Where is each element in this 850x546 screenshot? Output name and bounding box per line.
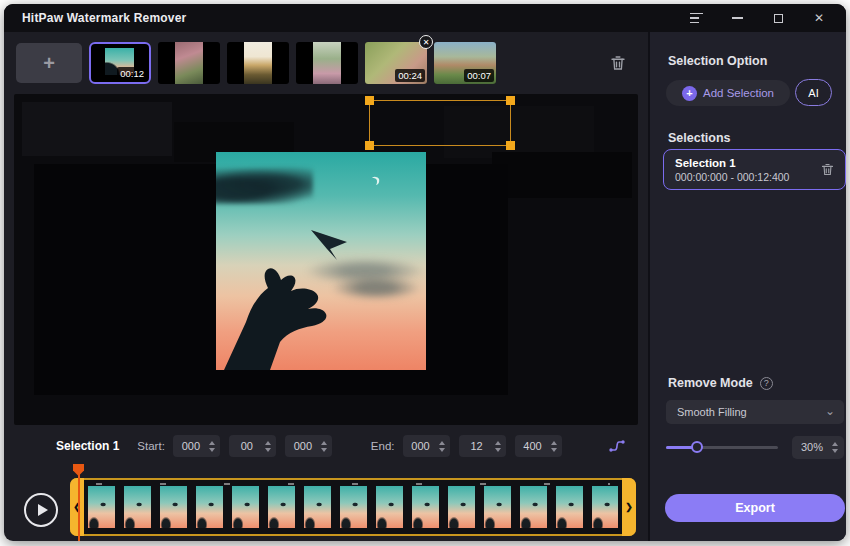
selection-name-label: Selection 1 — [56, 439, 119, 453]
thumbnail-1-selected[interactable]: 00:12 — [89, 42, 151, 84]
help-icon[interactable]: ? — [760, 377, 773, 390]
end-seconds-input[interactable]: 12 — [459, 435, 506, 457]
start-seconds-input[interactable]: 00 — [229, 435, 276, 457]
remove-mode-title: Remove Mode ? — [668, 376, 773, 390]
sidebar: Selection Option + Add Selection AI Sele… — [648, 32, 846, 541]
video-frame-image — [216, 152, 426, 370]
titlebar: HitPaw Watermark Remover ✕ — [4, 4, 846, 32]
start-millis-input[interactable]: 000 — [285, 435, 332, 457]
stepper-arrows[interactable] — [495, 441, 501, 452]
thumbnail-3[interactable] — [227, 42, 289, 84]
chevron-down-icon: ⌄ — [825, 408, 835, 415]
watermark-selection-box[interactable] — [369, 100, 511, 146]
end-label: End: — [371, 440, 395, 452]
duration-badge: 00:07 — [464, 69, 494, 82]
dropdown-selected-value: Smooth Filling — [677, 406, 747, 418]
export-button[interactable]: Export — [665, 494, 845, 522]
hand-and-paper-plane-silhouette — [216, 152, 426, 370]
selection-item-range: 000:00:000 - 000:12:400 — [675, 171, 789, 183]
duration-badge: 00:12 — [117, 67, 147, 80]
add-media-button[interactable]: + — [16, 43, 82, 83]
strength-slider-row: 30% — [666, 435, 844, 459]
thumbnail-5[interactable]: 00:24 ✕ — [365, 42, 427, 84]
delete-media-trash-icon[interactable] — [604, 49, 632, 77]
play-button[interactable] — [24, 493, 58, 527]
thumbnail-2[interactable] — [158, 42, 220, 84]
resize-handle-bottom-right[interactable] — [506, 141, 515, 150]
close-icon[interactable]: ✕ — [812, 11, 826, 25]
media-thumbnail-bar: + 00:12 00:24 ✕ 00:07 — [4, 36, 648, 90]
strength-slider[interactable] — [666, 446, 778, 449]
minimize-icon[interactable] — [730, 11, 744, 25]
selection-time-row: Selection 1 Start: 000 00 000 End: 000 1… — [4, 429, 648, 463]
route-icon[interactable] — [604, 433, 630, 459]
strength-value-input[interactable]: 30% — [792, 436, 844, 459]
trim-handle-left[interactable]: ❮ — [70, 478, 84, 536]
stepper-arrows[interactable] — [832, 442, 838, 453]
trim-handle-right[interactable]: ❯ — [622, 478, 636, 536]
duration-badge: 00:24 — [395, 69, 425, 82]
resize-handle-top-right[interactable] — [506, 96, 515, 105]
plus-circle-icon: + — [682, 86, 697, 101]
video-preview-canvas[interactable] — [14, 94, 638, 425]
timeline-filmstrip[interactable]: ❮ ❯ — [70, 478, 636, 536]
stepper-arrows[interactable] — [209, 441, 215, 452]
stepper-arrows[interactable] — [321, 441, 327, 452]
playhead-line — [78, 471, 80, 541]
stepper-arrows[interactable] — [439, 441, 445, 452]
app-title: HitPaw Watermark Remover — [22, 11, 186, 25]
remove-thumbnail-icon[interactable]: ✕ — [419, 35, 433, 49]
resize-handle-top-left[interactable] — [365, 96, 374, 105]
selections-title: Selections — [668, 131, 731, 145]
end-minutes-input[interactable]: 000 — [403, 435, 450, 457]
remove-mode-dropdown[interactable]: Smooth Filling ⌄ — [666, 400, 844, 424]
plus-icon: + — [43, 52, 55, 75]
start-minutes-input[interactable]: 000 — [173, 435, 220, 457]
end-millis-input[interactable]: 400 — [515, 435, 562, 457]
playhead-marker[interactable] — [73, 464, 84, 476]
delete-selection-trash-icon[interactable] — [820, 162, 835, 177]
start-label: Start: — [137, 440, 164, 452]
app-window: HitPaw Watermark Remover ✕ + 00:12 — [4, 4, 846, 541]
selection-item-name: Selection 1 — [675, 157, 789, 169]
thumbnail-4[interactable] — [296, 42, 358, 84]
window-controls: ✕ — [689, 11, 846, 25]
stepper-arrows[interactable] — [551, 441, 557, 452]
chevron-right-icon: ❯ — [625, 502, 633, 512]
ai-button[interactable]: AI — [795, 79, 832, 106]
menu-icon[interactable] — [689, 11, 703, 25]
slider-thumb[interactable] — [691, 441, 703, 453]
stepper-arrows[interactable] — [265, 441, 271, 452]
timeline-panel: ❮ ❯ — [4, 463, 648, 541]
maximize-icon[interactable] — [771, 11, 785, 25]
thumbnail-6[interactable]: 00:07 — [434, 42, 496, 84]
resize-handle-bottom-left[interactable] — [365, 141, 374, 150]
selection-list-item[interactable]: Selection 1 000:00:000 - 000:12:400 — [663, 149, 846, 190]
selection-option-title: Selection Option — [668, 54, 767, 68]
add-selection-button[interactable]: + Add Selection — [666, 80, 790, 106]
play-icon — [38, 504, 48, 516]
